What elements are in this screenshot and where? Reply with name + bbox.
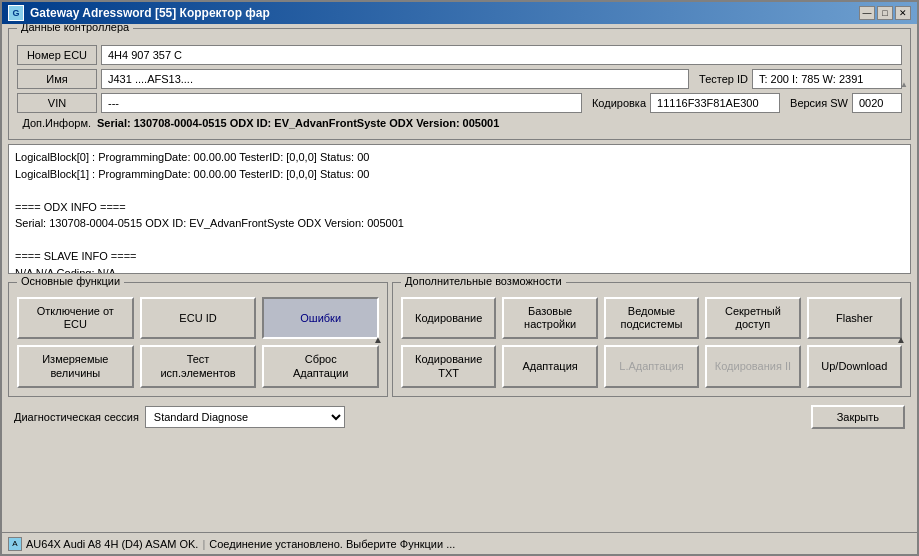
additional-functions-group: Дополнительные возможности Кодирование Б… <box>392 282 911 397</box>
window-title: Gateway Adressword [55] Корректор фар <box>30 6 270 20</box>
session-select[interactable]: Standard DiagnoseExtended DiagnoseProgra… <box>145 406 345 428</box>
status-icon-text: A <box>12 539 17 548</box>
window-icon: G <box>8 5 24 21</box>
additional-scroll-arrow[interactable]: ▲ <box>896 334 906 345</box>
additional-functions-content: Кодирование Базовые настройки Ведомые по… <box>393 283 910 396</box>
minimize-button[interactable]: — <box>859 6 875 20</box>
info-box: LogicalBlock[0] : ProgrammingDate: 00.00… <box>8 144 911 274</box>
basic-btn-row-2: Измеряемые величины Тест исп.элементов С… <box>17 345 379 387</box>
flasher-button[interactable]: Flasher <box>807 297 902 339</box>
coding-ii-button[interactable]: Кодирования II <box>705 345 800 387</box>
vin-value: --- <box>101 93 582 113</box>
additional-btn-row-1: Кодирование Базовые настройки Ведомые по… <box>401 297 902 339</box>
status-icon: A <box>8 537 22 551</box>
sw-version-value: 0020 <box>852 93 902 113</box>
reset-adaptations-button[interactable]: Сброс Адаптации <box>262 345 379 387</box>
basic-functions-content: Отключение от ECU ECU ID Ошибки Измеряем… <box>9 283 387 396</box>
status-text-1: AU64X Audi A8 4H (D4) ASAM OK. <box>26 538 198 550</box>
ecu-row: Номер ECU 4H4 907 357 C ▲ <box>17 45 902 65</box>
title-bar: G Gateway Adressword [55] Корректор фар … <box>2 2 917 24</box>
title-buttons: — □ ✕ <box>859 6 911 20</box>
ecu-id-button[interactable]: ECU ID <box>140 297 257 339</box>
tester-id-value: T: 200 I: 785 W: 2391 <box>752 69 902 89</box>
adaptation-button[interactable]: Адаптация <box>502 345 597 387</box>
coding-button[interactable]: Кодирование <box>401 297 496 339</box>
secret-access-button[interactable]: Секретный доступ <box>705 297 800 339</box>
coding-value: 11116F33F81AE300 <box>650 93 780 113</box>
additional-functions-title: Дополнительные возможности <box>401 275 566 287</box>
title-bar-left: G Gateway Adressword [55] Корректор фар <box>8 5 270 21</box>
basic-scroll-arrow[interactable]: ▲ <box>373 334 383 345</box>
controller-data-group: Данные контроллера Номер ECU 4H4 907 357… <box>8 28 911 140</box>
tester-id-label: Тестер ID <box>695 71 752 87</box>
session-area: Диагностическая сессия Standard Diagnose… <box>8 401 911 433</box>
vin-row: VIN --- Кодировка 11116F33F81AE300 Верси… <box>17 93 902 113</box>
basic-functions-group: Основные функции Отключение от ECU ECU I… <box>8 282 388 397</box>
ecu-label: Номер ECU <box>17 45 97 65</box>
basic-functions-title: Основные функции <box>17 275 124 287</box>
bottom-panels: Основные функции Отключение от ECU ECU I… <box>8 282 911 397</box>
status-bar: A AU64X Audi A8 4H (D4) ASAM OK. | Соеди… <box>2 532 917 554</box>
maximize-button[interactable]: □ <box>877 6 893 20</box>
sw-version-label: Версия SW <box>786 95 852 111</box>
close-button[interactable]: Закрыть <box>811 405 905 429</box>
close-window-button[interactable]: ✕ <box>895 6 911 20</box>
status-text-2: Соединение установлено. Выберите Функции… <box>209 538 455 550</box>
extra-info-row: Доп.Информ. Serial: 130708-0004-0515 ODX… <box>17 117 902 129</box>
measured-button[interactable]: Измеряемые величины <box>17 345 134 387</box>
additional-btn-row-2: Кодирование TXT Адаптация L.Адаптация Ко… <box>401 345 902 387</box>
main-content: Данные контроллера Номер ECU 4H4 907 357… <box>2 24 917 532</box>
slave-systems-button[interactable]: Ведомые подсистемы <box>604 297 699 339</box>
ecu-value: 4H4 907 357 C <box>101 45 902 65</box>
errors-button[interactable]: Ошибки <box>262 297 379 339</box>
basic-settings-button[interactable]: Базовые настройки <box>502 297 597 339</box>
main-window: G Gateway Adressword [55] Корректор фар … <box>0 0 919 556</box>
up-download-button[interactable]: Up/Download <box>807 345 902 387</box>
extra-info-value: Serial: 130708-0004-0515 ODX ID: EV_Adva… <box>97 117 902 129</box>
coding-txt-button[interactable]: Кодирование TXT <box>401 345 496 387</box>
disconnect-button[interactable]: Отключение от ECU <box>17 297 134 339</box>
name-label: Имя <box>17 69 97 89</box>
basic-btn-row-1: Отключение от ECU ECU ID Ошибки <box>17 297 379 339</box>
l-adaptation-button[interactable]: L.Адаптация <box>604 345 699 387</box>
extra-info-label: Доп.Информ. <box>17 117 97 129</box>
test-elements-button[interactable]: Тест исп.элементов <box>140 345 257 387</box>
controller-data-title: Данные контроллера <box>17 24 133 33</box>
name-value: J431 ....AFS13.... <box>101 69 689 89</box>
scroll-up-indicator: ▲ <box>900 80 908 89</box>
vin-label: VIN <box>17 93 97 113</box>
session-label: Диагностическая сессия <box>14 411 139 423</box>
name-row: Имя J431 ....AFS13.... Тестер ID T: 200 … <box>17 69 902 89</box>
status-separator: | <box>202 538 205 550</box>
coding-label: Кодировка <box>588 95 650 111</box>
